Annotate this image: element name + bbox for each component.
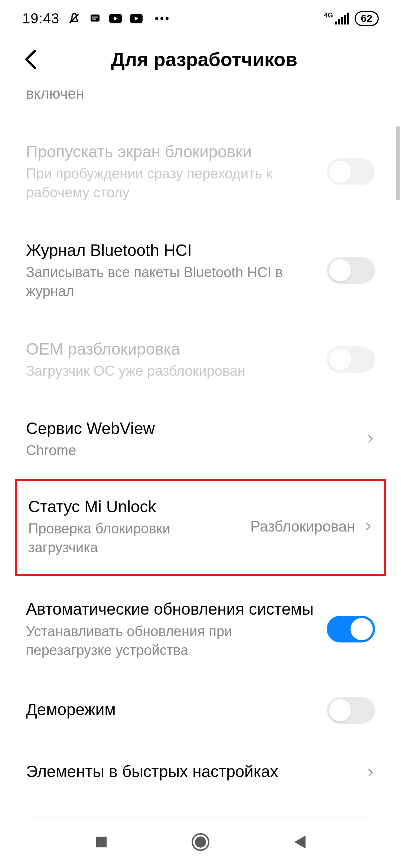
row-subtitle: Записывать все пакеты Bluetooth HCI в жу…	[26, 263, 316, 301]
back-button[interactable]	[22, 50, 40, 68]
row-title: Сервис WebView	[26, 418, 355, 439]
svg-point-9	[160, 17, 163, 20]
highlight-mi-unlock: Статус Mi Unlock Проверка блокировки заг…	[15, 479, 386, 576]
row-subtitle: При пробуждении сразу переходить к рабоч…	[26, 164, 316, 203]
svg-rect-13	[341, 17, 343, 24]
row-subtitle: Устанавливать обновления при перезагрузк…	[26, 622, 316, 660]
row-webview-service[interactable]: Сервис WebView Chrome	[0, 399, 401, 479]
row-skip-lock-screen: Пропускать экран блокировки При пробужде…	[0, 122, 401, 221]
toggle-knob	[329, 348, 351, 371]
toggle-oem-unlock	[327, 346, 375, 373]
svg-rect-11	[335, 22, 337, 24]
row-subtitle: Chrome	[26, 441, 355, 460]
chevron-right-icon	[366, 768, 375, 777]
row-mi-unlock-status[interactable]: Статус Mi Unlock Проверка блокировки заг…	[17, 481, 384, 574]
signal-icon	[335, 13, 350, 24]
video-2-icon	[130, 14, 143, 23]
video-1-icon	[109, 14, 122, 23]
battery-level: 62	[361, 13, 372, 24]
settings-list: включен Пропускать экран блокировки При …	[0, 85, 401, 818]
status-right: 4G 62	[324, 11, 379, 26]
row-oem-unlock: OEM разблокировка Загрузчик ОС уже разбл…	[0, 320, 401, 399]
toggle-skip-lock	[327, 158, 375, 185]
row-title: Журнал Bluetooth HCI	[26, 240, 316, 261]
nav-recent-button[interactable]	[90, 831, 113, 853]
svg-rect-2	[92, 17, 98, 18]
page-title: Для разработчиков	[55, 48, 353, 70]
row-title: Деморежим	[26, 699, 316, 720]
toggle-auto-update[interactable]	[327, 616, 375, 642]
nav-home-button[interactable]	[189, 831, 212, 853]
row-auto-system-updates[interactable]: Автоматические обновления системы Устана…	[0, 576, 401, 678]
battery-indicator: 62	[355, 11, 379, 26]
svg-rect-12	[338, 19, 340, 24]
toggle-knob	[351, 618, 373, 640]
row-title: Автоматические обновления системы	[26, 598, 316, 619]
square-icon	[94, 835, 108, 849]
previous-row-tail: включен	[0, 85, 401, 122]
more-dots-icon	[154, 16, 169, 21]
toggle-knob	[329, 161, 351, 183]
network-type: 4G	[324, 12, 333, 19]
svg-marker-19	[294, 836, 305, 849]
toggle-knob	[329, 259, 351, 282]
svg-rect-1	[91, 14, 100, 22]
row-value: Разблокирован	[250, 518, 355, 535]
svg-rect-15	[347, 13, 349, 24]
row-title: Статус Mi Unlock	[28, 496, 221, 517]
chevron-right-icon	[366, 434, 375, 443]
chevron-left-icon	[24, 50, 39, 69]
circle-icon	[191, 832, 210, 852]
row-title: Элементы в быстрых настройках	[26, 761, 355, 782]
row-subtitle: Проверка блокировки загрузчика	[28, 519, 221, 558]
triangle-left-icon	[293, 834, 307, 850]
row-bluetooth-hci-log[interactable]: Журнал Bluetooth HCI Записывать все паке…	[0, 221, 401, 320]
header: Для разработчиков	[0, 33, 401, 85]
row-subtitle: Загрузчик ОС уже разблокирован	[26, 362, 316, 381]
mute-icon	[68, 12, 81, 25]
status-bar: 19:43	[0, 0, 401, 33]
svg-point-10	[166, 17, 169, 20]
svg-point-8	[155, 17, 158, 20]
row-demo-mode[interactable]: Деморежим	[0, 678, 401, 742]
toggle-bt-hci[interactable]	[327, 257, 375, 284]
row-title: OEM разблокировка	[26, 338, 316, 359]
navigation-bar	[0, 816, 401, 868]
nav-back-button[interactable]	[288, 831, 311, 853]
toggle-demo-mode[interactable]	[327, 697, 375, 724]
status-left: 19:43	[22, 11, 169, 27]
svg-rect-14	[344, 15, 346, 24]
toggle-knob	[329, 699, 351, 721]
svg-point-18	[195, 836, 206, 848]
status-time: 19:43	[22, 11, 59, 27]
scroll-indicator[interactable]	[396, 126, 400, 200]
svg-rect-16	[96, 837, 107, 848]
row-title: Пропускать экран блокировки	[26, 141, 316, 162]
chevron-right-icon	[364, 522, 373, 531]
svg-rect-3	[92, 19, 96, 20]
message-icon	[89, 13, 101, 24]
row-quick-settings-tiles[interactable]: Элементы в быстрых настройках	[0, 742, 401, 803]
